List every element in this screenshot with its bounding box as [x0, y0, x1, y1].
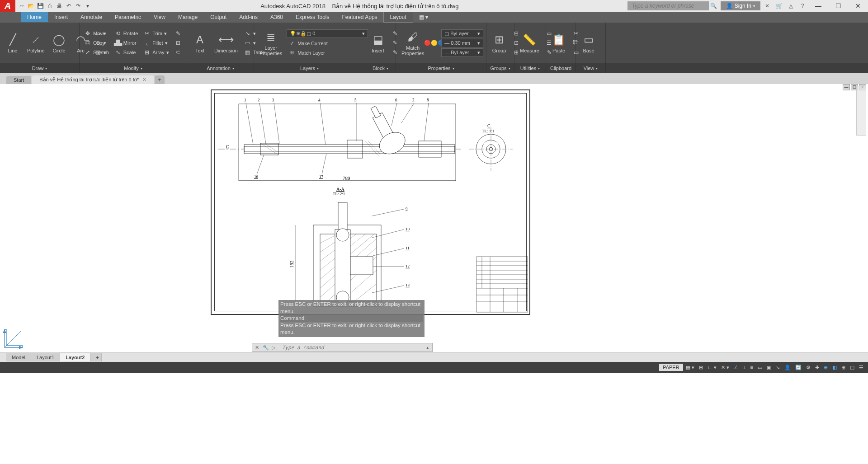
text-button[interactable]: AText: [190, 32, 210, 54]
lineweight-dropdown[interactable]: — 0.30 mm▾: [441, 39, 483, 47]
status-gizmo-icon[interactable]: ↘: [774, 364, 782, 371]
cmd-wrench-icon[interactable]: 🔧: [261, 345, 270, 351]
file-tab-start[interactable]: Start: [6, 76, 31, 84]
tab-home[interactable]: Home: [21, 12, 48, 22]
dimension-button[interactable]: ⟷Dimension: [212, 32, 241, 54]
measure-button[interactable]: 📏Measure: [517, 32, 542, 54]
layout-tab-1[interactable]: Layout1: [31, 353, 60, 361]
drawing-canvas[interactable]: — ☐ ✕: [0, 84, 868, 352]
autodesk-icon[interactable]: ◬: [786, 1, 796, 11]
tab-layout[interactable]: Layout: [384, 12, 413, 22]
saveas-icon[interactable]: ⎙: [46, 2, 54, 10]
add-tab-button[interactable]: +: [155, 75, 165, 84]
tab-a360[interactable]: A360: [264, 12, 289, 22]
tab-featured[interactable]: Featured Apps: [336, 12, 384, 22]
close-tab-icon[interactable]: ✕: [142, 77, 146, 83]
modify-extra2[interactable]: ⊟: [173, 39, 184, 47]
fillet-button[interactable]: ◟Fillet ▾: [142, 39, 170, 47]
move-button[interactable]: ✥Move: [82, 29, 111, 37]
tab-manage[interactable]: Manage: [172, 12, 204, 22]
status-trans-icon[interactable]: ▭: [756, 364, 764, 371]
copy-button[interactable]: ⿻Copy: [82, 39, 111, 47]
status-annoscale-icon[interactable]: 🔄: [793, 364, 803, 371]
maximize-button[interactable]: ☐: [829, 0, 847, 12]
tab-parametric[interactable]: Parametric: [108, 12, 147, 22]
polyline-button[interactable]: ⟋Polyline: [24, 32, 47, 54]
array-button[interactable]: ⊞Array ▾: [142, 48, 170, 56]
label-clipboard[interactable]: Clipboard: [546, 63, 576, 73]
layerprops-button[interactable]: ≣Layer Properties: [257, 29, 285, 57]
navigation-bar[interactable]: [856, 86, 866, 136]
scale-button[interactable]: ⤡Scale: [113, 48, 140, 56]
rotate-button[interactable]: ⟲Rotate: [113, 29, 140, 37]
status-ws-icon[interactable]: ⊕: [822, 364, 830, 371]
cmd-expand-icon[interactable]: ▴: [423, 345, 432, 351]
status-clean-icon[interactable]: ▢: [848, 364, 856, 371]
group-button[interactable]: ⊞Group: [489, 32, 509, 54]
status-ortho-icon[interactable]: ∟ ▾: [706, 364, 718, 371]
label-properties[interactable]: Properties▾: [396, 63, 486, 73]
layout-tab-model[interactable]: Model: [6, 353, 31, 361]
color-dropdown[interactable]: ▢ ByLayer▾: [441, 29, 483, 38]
minimize-button[interactable]: —: [809, 0, 827, 12]
status-hw-icon[interactable]: ⊞: [840, 364, 847, 371]
layer-dropdown[interactable]: 💡❄🔒▢ 0▾: [287, 29, 368, 38]
status-units-icon[interactable]: ⚙: [804, 364, 812, 371]
status-plus-icon[interactable]: ✚: [813, 364, 821, 371]
match-layer-button[interactable]: ≋Match Layer: [287, 49, 368, 57]
tab-view[interactable]: View: [147, 12, 172, 22]
label-block[interactable]: Block▾: [365, 63, 396, 73]
label-groups[interactable]: Groups▾: [486, 63, 514, 73]
paste-button[interactable]: 📋Paste: [549, 32, 569, 54]
close-button[interactable]: ✕: [849, 0, 867, 12]
status-grid-icon[interactable]: ▦ ▾: [684, 364, 696, 371]
label-view[interactable]: View▾: [576, 63, 606, 73]
modify-extra1[interactable]: ✎: [173, 29, 184, 37]
layout-tab-add[interactable]: +: [90, 353, 102, 361]
mirror-button[interactable]: ▟▙Mirror: [113, 39, 140, 47]
make-current-button[interactable]: ✓Make Current: [287, 39, 368, 47]
trim-button[interactable]: ✂Trim ▾: [142, 29, 170, 37]
status-snap-icon[interactable]: ⊞: [697, 364, 705, 371]
undo-icon[interactable]: ↶: [65, 2, 73, 10]
status-osnap-icon[interactable]: ∠: [732, 364, 740, 371]
stretch-button[interactable]: ⤢Stretch: [82, 48, 111, 56]
app-logo[interactable]: A: [0, 0, 15, 12]
label-utilities[interactable]: Utilities▾: [514, 63, 546, 73]
status-paper[interactable]: PAPER: [659, 364, 683, 371]
base-button[interactable]: ▭Base: [579, 32, 599, 54]
status-polar-icon[interactable]: ✕ ▾: [719, 364, 731, 371]
new-icon[interactable]: ▱: [17, 2, 25, 10]
circle-button[interactable]: ◯Circle: [49, 32, 69, 54]
label-layers[interactable]: Layers▾: [254, 63, 365, 73]
modify-extra3[interactable]: ⊆: [173, 48, 184, 56]
status-custom-icon[interactable]: ☰: [857, 364, 865, 371]
status-otrack-icon[interactable]: ⟂: [741, 364, 748, 371]
tab-addins[interactable]: Add-ins: [233, 12, 264, 22]
status-lw-icon[interactable]: ≡: [749, 364, 755, 371]
layout-tab-2[interactable]: Layout2: [60, 353, 90, 361]
tab-output[interactable]: Output: [204, 12, 233, 22]
print-icon[interactable]: 🖶: [55, 2, 63, 10]
label-draw[interactable]: Draw▾: [0, 63, 80, 73]
cmd-close-icon[interactable]: ✕: [252, 345, 261, 351]
status-scale-icon[interactable]: 👤: [783, 364, 793, 371]
insert-button[interactable]: ⬓Insert: [368, 32, 388, 54]
vp-min-icon[interactable]: —: [843, 84, 850, 90]
label-modify[interactable]: Modify▾: [80, 63, 187, 73]
binoculars-icon[interactable]: 🔍: [709, 1, 719, 11]
tab-annotate[interactable]: Annotate: [74, 12, 108, 22]
exchange-icon[interactable]: ✕: [762, 1, 772, 11]
file-tab-drawing[interactable]: Bản vẽ Hệ thống lái trợ lực điện tử trên…: [32, 75, 154, 84]
color-swatch[interactable]: 🔴🟡🔵: [429, 39, 439, 47]
save-icon[interactable]: 💾: [36, 2, 44, 10]
linetype-dropdown[interactable]: — ByLayer▾: [441, 48, 483, 57]
open-icon[interactable]: 📂: [27, 2, 35, 10]
line-button[interactable]: ╱Line: [3, 32, 23, 54]
tab-express[interactable]: Express Tools: [289, 12, 335, 22]
qat-dropdown-icon[interactable]: ▾: [84, 2, 92, 10]
search-input[interactable]: [627, 1, 709, 10]
matchprops-button[interactable]: 🖌Match Properties: [399, 29, 427, 57]
signin-button[interactable]: 👤Sign In▾: [721, 1, 760, 10]
status-iso-icon[interactable]: ◧: [830, 364, 839, 371]
